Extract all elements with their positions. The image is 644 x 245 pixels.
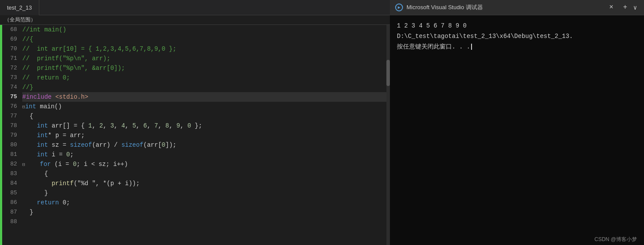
code-line-83: { xyxy=(22,169,386,179)
code-line-72: // printf("%p\n", &arr[0]); xyxy=(22,63,386,73)
line-num-72: 72 xyxy=(2,63,21,73)
code-line-70: // int arr[10] = { 1,2,3,4,5,6,7,8,9,0 }… xyxy=(22,44,386,54)
plus-button[interactable]: + xyxy=(621,3,629,11)
code-line-79: int* p = arr; xyxy=(22,131,386,140)
debug-output-line-3: 按任意键关闭此窗口. . . xyxy=(397,41,637,52)
debug-content: 1 2 3 4 5 6 7 8 9 0 D:\C_test\tagotai\te… xyxy=(390,15,644,234)
scrollbar[interactable] xyxy=(386,25,390,245)
code-content[interactable]: //int main() //{ // int arr[10] = { 1,2,… xyxy=(21,25,386,245)
code-line-88 xyxy=(22,217,386,227)
debug-output-line-1: 1 2 3 4 5 6 7 8 9 0 xyxy=(397,21,637,31)
scrollbar-thumb[interactable] xyxy=(386,60,390,86)
line-num-83: 83 xyxy=(2,169,21,179)
code-line-81: int i = 0; xyxy=(22,150,386,159)
line-num-84: 84 xyxy=(2,179,21,188)
line-num-74: 74 xyxy=(2,83,21,92)
debug-icon: ▶ xyxy=(395,3,403,11)
line-num-71: 71 xyxy=(2,54,21,63)
code-line-84: printf("%d ", *(p + i)); xyxy=(22,179,386,188)
line-num-73: 73 xyxy=(2,73,21,83)
line-num-87: 87 xyxy=(2,207,21,217)
line-num-80: 80 xyxy=(2,140,21,150)
code-line-80: int sz = sizeof(arr) / sizeof(arr[0]); xyxy=(22,140,386,150)
line-numbers: 68 69 70 71 72 73 74 75 76 77 78 79 80 8… xyxy=(2,25,21,245)
editor-panel: test_2_13 （全局范围） 68 69 70 71 72 73 74 75… xyxy=(0,0,390,245)
chevron-down-button[interactable]: ∨ xyxy=(632,4,639,11)
debug-output-line-2: D:\C_test\tagotai\test_2_13\x64\Debug\te… xyxy=(397,31,637,41)
line-num-77: 77 xyxy=(2,111,21,121)
code-line-82: ⊟ for (i = 0; i < sz; i++) xyxy=(22,159,386,169)
debug-panel: ▶ Microsoft Visual Studio 调试器 × + ∨ 1 2 … xyxy=(390,0,644,245)
code-line-86: return 0; xyxy=(22,198,386,207)
line-num-76: 76 xyxy=(2,102,21,111)
code-line-85: } xyxy=(22,188,386,198)
code-line-75: #include <stdio.h> xyxy=(22,92,386,102)
code-line-76: ⊟int main() xyxy=(22,102,386,111)
tab-label[interactable]: test_2_13 xyxy=(7,4,32,11)
close-button[interactable]: × xyxy=(607,3,615,11)
line-num-85: 85 xyxy=(2,188,21,198)
line-num-78: 78 xyxy=(2,121,21,131)
breadcrumb: （全局范围） xyxy=(4,16,36,24)
watermark-text: CSDN @博客小梦 xyxy=(594,236,637,242)
debug-toolbar: × + ∨ xyxy=(607,3,639,11)
breadcrumb-bar: （全局范围） xyxy=(0,15,390,25)
line-num-86: 86 xyxy=(2,198,21,207)
code-line-71: // printf("%p\n", arr); xyxy=(22,54,386,63)
debug-title-text: Microsoft Visual Studio 调试器 xyxy=(406,3,604,11)
debug-title-bar: ▶ Microsoft Visual Studio 调试器 × + ∨ xyxy=(390,0,644,15)
debug-footer: CSDN @博客小梦 xyxy=(390,234,644,245)
code-area: 68 69 70 71 72 73 74 75 76 77 78 79 80 8… xyxy=(0,25,390,245)
line-num-88: 88 xyxy=(2,217,21,227)
line-num-81: 81 xyxy=(2,150,21,159)
line-num-69: 69 xyxy=(2,35,21,44)
tab-bar: test_2_13 xyxy=(0,0,390,15)
code-line-68: //int main() xyxy=(22,25,386,35)
line-num-70: 70 xyxy=(2,44,21,54)
code-line-69: //{ xyxy=(22,35,386,44)
line-num-75: 75 xyxy=(2,92,21,102)
code-line-74: //} xyxy=(22,83,386,92)
line-num-68: 68 xyxy=(2,25,21,35)
code-line-77: { xyxy=(22,111,386,121)
code-line-87: } xyxy=(22,207,386,217)
line-num-79: 79 xyxy=(2,131,21,140)
line-num-82: 82 xyxy=(2,159,21,169)
code-line-73: // return 0; xyxy=(22,73,386,83)
code-line-78: int arr[] = { 1, 2, 3, 4, 5, 6, 7, 8, 9,… xyxy=(22,121,386,131)
